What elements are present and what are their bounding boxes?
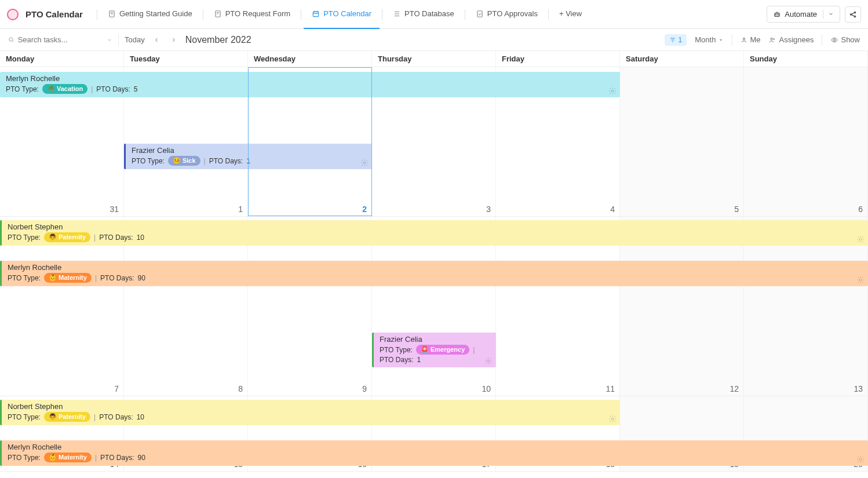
separator: |	[204, 157, 206, 165]
pto-event[interactable]: Merlyn RochellePTO Type:👶 Maternity|PTO …	[0, 261, 868, 286]
gear-icon[interactable]	[856, 276, 865, 284]
separator: |	[91, 85, 93, 93]
assignees-label: Assignees	[779, 35, 814, 44]
calendar-icon	[312, 10, 320, 18]
separator: |	[95, 274, 97, 282]
separator: |	[95, 454, 97, 462]
event-assignee: Norbert Stephen	[8, 222, 863, 231]
separator: |	[94, 413, 96, 421]
chevron-left-icon	[153, 37, 160, 43]
chevron-down-icon[interactable]	[107, 37, 112, 43]
gear-icon[interactable]	[856, 455, 865, 464]
day-cell[interactable]: 6	[744, 67, 868, 216]
day-number: 31	[110, 205, 119, 214]
filter-count-badge[interactable]: 1	[665, 34, 687, 46]
event-assignee: Merlyn Rochelle	[8, 263, 863, 272]
form-icon	[214, 10, 222, 18]
svg-point-19	[487, 360, 490, 362]
divider	[732, 34, 732, 46]
svg-point-12	[771, 38, 772, 39]
divider	[822, 34, 822, 46]
gear-icon[interactable]	[608, 87, 617, 95]
day-cell[interactable]: 5	[620, 67, 744, 216]
add-view-label: + View	[559, 9, 582, 18]
svg-point-14	[834, 39, 836, 41]
view-mode-label: Month	[695, 35, 716, 44]
tab-getting-started[interactable]: Getting Started Guide	[100, 0, 200, 29]
automate-label: Automate	[785, 10, 817, 19]
day-number: 10	[482, 384, 491, 393]
week-row: 14151617181920Norbert StephenPTO Type:👨 …	[0, 396, 868, 472]
divider	[97, 9, 97, 20]
dow-saturday: Saturday	[620, 51, 744, 67]
pto-days-label: PTO Days:	[99, 233, 133, 242]
pto-type-pill: 👨 Paternity	[44, 412, 90, 422]
tab-pto-calendar[interactable]: PTO Calendar	[304, 0, 380, 29]
day-number: 3	[486, 205, 491, 214]
pto-days-label: PTO Days:	[100, 274, 134, 282]
show-label: Show	[841, 35, 860, 44]
automate-button[interactable]: Automate	[767, 6, 840, 23]
pto-type-label: PTO Type:	[8, 233, 41, 242]
doc-icon	[108, 10, 116, 18]
pto-days-label: PTO Days:	[209, 157, 243, 165]
share-button[interactable]	[845, 6, 861, 23]
assignees-filter[interactable]: Assignees	[768, 35, 814, 44]
gear-icon[interactable]	[856, 235, 865, 243]
pto-event[interactable]: Norbert StephenPTO Type:👨 Paternity|PTO …	[0, 400, 620, 425]
dow-thursday: Thursday	[372, 51, 496, 67]
chevron-down-icon[interactable]	[823, 10, 834, 19]
divider	[382, 9, 382, 20]
svg-rect-3	[477, 10, 482, 17]
next-month-button[interactable]	[168, 34, 180, 46]
week-row: 31123456Merlyn RochellePTO Type:🌴 Vacati…	[0, 67, 868, 217]
toolbar-right: 1 Month Me Assignees Show	[665, 34, 860, 46]
svg-point-8	[854, 12, 855, 13]
pto-days-value: 10	[137, 233, 144, 242]
svg-point-7	[850, 13, 851, 14]
pto-days-label: PTO Days:	[380, 356, 413, 364]
tab-pto-approvals[interactable]: PTO Approvals	[468, 0, 546, 29]
user-icon	[741, 37, 747, 43]
pto-days-value: 90	[137, 274, 145, 282]
share-icon	[849, 10, 857, 19]
gear-icon[interactable]	[608, 415, 617, 423]
gear-icon[interactable]	[484, 357, 493, 365]
dow-wednesday: Wednesday	[248, 51, 372, 67]
svg-point-10	[9, 38, 13, 41]
dow-tuesday: Tuesday	[124, 51, 248, 67]
day-number: 8	[238, 384, 243, 393]
search-box[interactable]	[8, 35, 112, 44]
robot-icon	[773, 10, 781, 19]
today-button[interactable]: Today	[125, 35, 145, 44]
divider	[465, 9, 465, 20]
svg-point-20	[611, 418, 614, 420]
chevron-right-icon	[170, 37, 177, 43]
show-toggle[interactable]: Show	[830, 35, 860, 44]
svg-point-21	[859, 458, 862, 461]
me-filter[interactable]: Me	[741, 35, 760, 44]
day-number: 4	[610, 205, 615, 214]
day-number: 12	[730, 384, 739, 393]
add-view-button[interactable]: + View	[551, 0, 590, 29]
search-input[interactable]	[18, 35, 104, 44]
tab-label: Getting Started Guide	[119, 9, 192, 18]
event-assignee: Frazier Celia	[380, 335, 491, 344]
pto-event[interactable]: Norbert StephenPTO Type:👨 Paternity|PTO …	[0, 220, 868, 246]
day-cell[interactable]: 2	[248, 67, 372, 216]
pto-days-value: 10	[137, 413, 144, 421]
tab-request-form[interactable]: PTO Request Form	[206, 0, 298, 29]
svg-point-13	[774, 38, 775, 39]
pto-type-label: PTO Type:	[8, 413, 41, 421]
prev-month-button[interactable]	[151, 34, 162, 46]
pto-type-pill: 👶 Maternity	[44, 453, 92, 462]
divider	[548, 9, 549, 20]
pto-type-label: PTO Type:	[6, 85, 39, 93]
pto-event[interactable]: Frazier CeliaPTO Type:🚨 Emergency|PTO Da…	[372, 333, 496, 367]
month-title: November 2022	[185, 35, 251, 45]
tab-pto-database[interactable]: PTO Database	[385, 0, 462, 29]
toolbar: Today November 2022 1 Month Me Assignees…	[0, 29, 868, 51]
view-mode-dropdown[interactable]: Month	[695, 35, 724, 44]
pto-days-label: PTO Days:	[99, 413, 133, 421]
pto-event[interactable]: Merlyn RochellePTO Type:👶 Maternity|PTO …	[0, 440, 868, 466]
